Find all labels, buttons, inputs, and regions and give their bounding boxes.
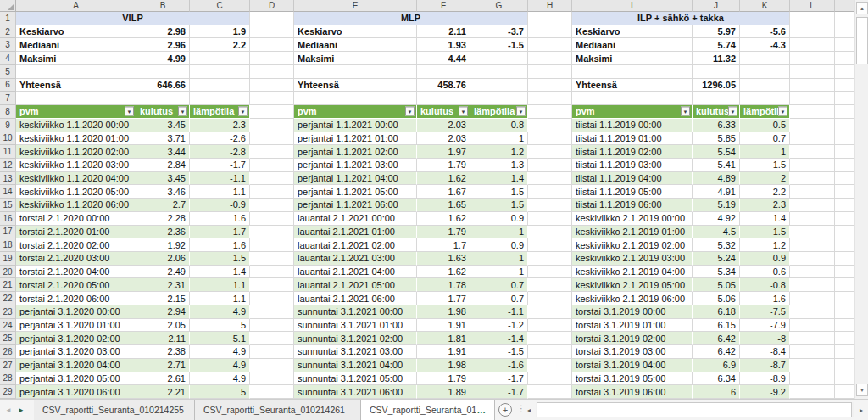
lampotila-cell[interactable]: 1 — [470, 266, 528, 279]
lampotila-cell[interactable]: 0.7 — [470, 278, 528, 292]
table-header-lampotila[interactable]: lämpötila▼ — [740, 105, 790, 119]
pvm-cell-A24[interactable]: perjantai 3.1.2020 01:00 — [16, 319, 136, 333]
kulutus-cell[interactable]: 6.42 — [693, 332, 740, 345]
summary-kulutus-value[interactable]: 5.74 — [693, 38, 740, 52]
cell-L29[interactable] — [790, 385, 835, 399]
pvm-cell-I18[interactable]: keskiviikko 2.1.2019 02:00 — [572, 238, 693, 252]
pvm-cell-I23[interactable]: torstai 3.1.2019 00:00 — [572, 305, 693, 319]
cell-G5[interactable] — [470, 65, 528, 79]
cell-K6[interactable] — [740, 79, 790, 92]
pvm-cell-E19[interactable]: lauantai 2.1.2021 03:00 — [294, 252, 417, 266]
kulutus-cell[interactable]: 2.15 — [136, 292, 190, 305]
cell-L27[interactable] — [790, 359, 835, 372]
cell-M22[interactable] — [835, 292, 854, 305]
pvm-cell-A27[interactable]: perjantai 3.1.2020 04:00 — [16, 359, 136, 372]
lampotila-cell[interactable]: -1.7 — [470, 385, 528, 399]
cell-M21[interactable] — [835, 278, 854, 292]
column-header-E[interactable]: E — [294, 0, 417, 12]
column-header-L[interactable]: L — [790, 0, 835, 12]
cell-H6[interactable] — [528, 79, 572, 92]
kulutus-cell[interactable]: 2.31 — [136, 278, 190, 292]
summary-kulutus-value[interactable]: 4.99 — [136, 52, 190, 65]
pvm-cell-A10[interactable]: keskiviikko 1.1.2020 01:00 — [16, 132, 136, 146]
lampotila-cell[interactable]: 1.2 — [470, 145, 528, 159]
kulutus-cell[interactable]: 2.7 — [136, 199, 190, 212]
lampotila-cell[interactable]: 2.3 — [740, 199, 790, 212]
pvm-cell-E12[interactable]: perjantai 1.1.2021 03:00 — [294, 159, 417, 172]
cell-H23[interactable] — [528, 305, 572, 319]
scroll-down-button[interactable]: ▼ — [856, 384, 868, 396]
cell-J7[interactable] — [693, 92, 740, 105]
cell-M15[interactable] — [835, 199, 854, 212]
cell-H5[interactable] — [528, 65, 572, 79]
lampotila-cell[interactable]: 1.4 — [470, 172, 528, 186]
kulutus-cell[interactable]: 1.98 — [417, 359, 470, 372]
filter-button[interactable]: ▼ — [728, 107, 737, 116]
sheet-tab-3[interactable]: CSV_raportti_Seuranta_010215… — [361, 400, 495, 420]
lampotila-cell[interactable]: -8.4 — [740, 345, 790, 359]
cell-E5[interactable] — [294, 65, 417, 79]
lampotila-cell[interactable]: 4.9 — [190, 345, 250, 359]
cell-L10[interactable] — [790, 132, 835, 146]
cell-H10[interactable] — [528, 132, 572, 146]
pvm-cell-E9[interactable]: perjantai 1.1.2021 00:00 — [294, 119, 417, 132]
kulutus-cell[interactable]: 2.49 — [136, 266, 190, 279]
kulutus-cell[interactable]: 2.38 — [136, 345, 190, 359]
column-header-partial[interactable] — [835, 0, 854, 12]
kulutus-cell[interactable]: 3.44 — [136, 145, 190, 159]
cell-D22[interactable] — [250, 292, 294, 305]
cell-M11[interactable] — [835, 145, 854, 159]
table-header-kulutus[interactable]: kulutus▼ — [417, 105, 470, 119]
pvm-cell-A26[interactable]: perjantai 3.1.2020 03:00 — [16, 345, 136, 359]
vertical-scrollbar[interactable]: ▲ ▼ — [854, 0, 868, 399]
pvm-cell-I27[interactable]: torstai 3.1.2019 04:00 — [572, 359, 693, 372]
cell-L15[interactable] — [790, 199, 835, 212]
kulutus-cell[interactable]: 4.89 — [693, 172, 740, 186]
summary-lampotila-value[interactable]: -1.5 — [470, 38, 528, 52]
column-header-K[interactable]: K — [740, 0, 790, 12]
cell-L20[interactable] — [790, 266, 835, 279]
cell-L19[interactable] — [790, 252, 835, 266]
pvm-cell-I11[interactable]: tiistai 1.1.2019 02:00 — [572, 145, 693, 159]
kulutus-cell[interactable]: 6.42 — [693, 345, 740, 359]
cell-H11[interactable] — [528, 145, 572, 159]
kulutus-cell[interactable]: 1.79 — [417, 159, 470, 172]
cell-A7[interactable] — [16, 92, 136, 105]
pvm-cell-A20[interactable]: torstai 2.1.2020 04:00 — [16, 266, 136, 279]
summary-kulutus-value[interactable]: 2.11 — [417, 25, 470, 39]
cell-G6[interactable] — [470, 79, 528, 92]
lampotila-cell[interactable]: -1.4 — [470, 332, 528, 345]
row-header-5[interactable]: 5 — [0, 65, 16, 79]
pvm-cell-I9[interactable]: tiistai 1.1.2019 00:00 — [572, 119, 693, 132]
hscroll-right-button[interactable]: ▸ — [854, 400, 868, 420]
horizontal-scroll-thumb[interactable] — [537, 402, 852, 417]
row-header-16[interactable]: 16 — [0, 212, 16, 226]
kulutus-cell[interactable]: 2.84 — [136, 159, 190, 172]
cell-F7[interactable] — [417, 92, 470, 105]
cell-H19[interactable] — [528, 252, 572, 266]
cell-E7[interactable] — [294, 92, 417, 105]
row-header-28[interactable]: 28 — [0, 372, 16, 386]
lampotila-cell[interactable]: -1.7 — [470, 372, 528, 386]
cell-D18[interactable] — [250, 238, 294, 252]
row-header-27[interactable]: 27 — [0, 359, 16, 372]
row-header-17[interactable]: 17 — [0, 226, 16, 239]
cell-L18[interactable] — [790, 238, 835, 252]
row-header-20[interactable]: 20 — [0, 266, 16, 279]
cell-L11[interactable] — [790, 145, 835, 159]
lampotila-cell[interactable]: -2.3 — [190, 119, 250, 132]
lampotila-cell[interactable]: 1 — [470, 252, 528, 266]
table-header-pvm[interactable]: pvm▼ — [294, 105, 417, 119]
pvm-cell-I29[interactable]: torstai 3.1.2019 06:00 — [572, 385, 693, 399]
kulutus-cell[interactable]: 6.33 — [693, 119, 740, 132]
kulutus-cell[interactable]: 1.7 — [417, 238, 470, 252]
cell-L14[interactable] — [790, 185, 835, 199]
kulutus-cell[interactable]: 1.65 — [417, 199, 470, 212]
cell-D11[interactable] — [250, 145, 294, 159]
cell-L12[interactable] — [790, 159, 835, 172]
sheet-tab-2[interactable]: CSV_raportti_Seuranta_010214261 — [195, 400, 361, 420]
pvm-cell-E28[interactable]: sunnuntai 3.1.2021 05:00 — [294, 372, 417, 386]
row-header-29[interactable]: 29 — [0, 385, 16, 399]
cell-D17[interactable] — [250, 226, 294, 239]
kulutus-cell[interactable]: 1.89 — [417, 385, 470, 399]
